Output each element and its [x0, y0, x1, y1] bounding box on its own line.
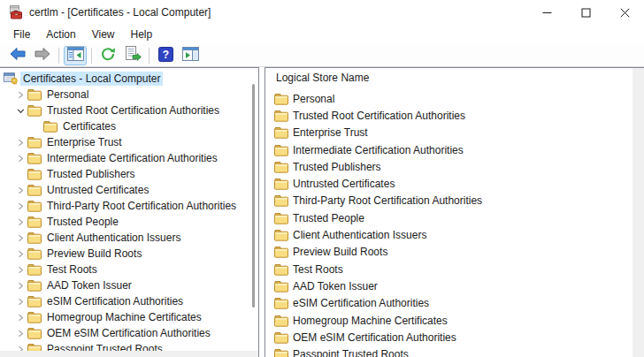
- list-item-homegroup-machine-certificates[interactable]: Homegroup Machine Certificates: [265, 312, 632, 329]
- tree-item-label: Test Roots: [44, 262, 100, 277]
- title-bar: certlm - [Certificates - Local Computer]: [0, 0, 644, 25]
- list-item-label: AAD Token Issuer: [293, 280, 378, 292]
- menu-help[interactable]: Help: [123, 27, 161, 42]
- list-item-trusted-people[interactable]: Trusted People: [265, 209, 632, 226]
- tree-item-esim-certification-authorities[interactable]: eSIM Certification Authorities: [0, 293, 251, 309]
- chevron-right-icon[interactable]: [13, 183, 27, 197]
- tree-item-label: Intermediate Certification Authorities: [44, 151, 220, 165]
- toolbar: ?: [0, 44, 644, 67]
- mmc-toolbox-icon: [8, 4, 24, 20]
- minimize-button[interactable]: [527, 0, 566, 25]
- folder-icon: [274, 330, 288, 344]
- tree-item-certificates-local-computer[interactable]: Certificates - Local Computer: [0, 71, 251, 87]
- folder-icon: [274, 262, 288, 276]
- menu-view[interactable]: View: [84, 27, 123, 42]
- chevron-right-icon[interactable]: [13, 87, 27, 102]
- tree-item-label: Trusted Root Certification Authorities: [44, 103, 222, 118]
- list-item-label: Preview Build Roots: [293, 246, 387, 258]
- refresh-button[interactable]: [96, 46, 119, 65]
- folder-icon: [274, 160, 288, 173]
- show-console-tree-button[interactable]: [64, 46, 87, 65]
- chevron-right-icon[interactable]: [13, 135, 27, 149]
- tree-item-label: Trusted Publishers: [44, 167, 138, 181]
- chevron-right-icon[interactable]: [13, 247, 27, 261]
- tree-item-trusted-publishers[interactable]: Trusted Publishers: [0, 166, 251, 182]
- folder-icon: [274, 229, 288, 242]
- tree-item-label: Untrusted Certificates: [44, 183, 151, 197]
- list-item-aad-token-issuer[interactable]: AAD Token Issuer: [265, 277, 632, 294]
- list-vertical-scrollbar[interactable]: [632, 68, 644, 357]
- chevron-right-icon[interactable]: [13, 310, 27, 324]
- toolbar-separator: [91, 48, 92, 64]
- folder-icon: [27, 152, 42, 165]
- tree-item-third-party-root-certification-authorities[interactable]: Third-Party Root Certification Authoriti…: [0, 198, 251, 214]
- list-item-label: Third-Party Root Certification Authoriti…: [293, 194, 482, 207]
- show-action-pane-button[interactable]: [179, 46, 202, 65]
- chevron-right-icon[interactable]: [13, 294, 27, 308]
- list-item-passpoint-trusted-roots[interactable]: Passpoint Trusted Roots: [265, 346, 632, 357]
- chevron-placeholder: [29, 119, 43, 133]
- list-item-third-party-root-certification-authorities[interactable]: Third-Party Root Certification Authoriti…: [265, 193, 632, 209]
- list-item-intermediate-certification-authorities[interactable]: Intermediate Certification Authorities: [265, 141, 632, 158]
- tree-item-trusted-people[interactable]: Trusted People: [0, 214, 251, 230]
- menu-file[interactable]: File: [5, 27, 38, 42]
- column-header-logical-store-name[interactable]: Logical Store Name: [265, 68, 644, 87]
- tree-item-test-roots[interactable]: Test Roots: [0, 262, 251, 277]
- tree-item-untrusted-certificates[interactable]: Untrusted Certificates: [0, 182, 251, 198]
- back-arrow-icon: [9, 46, 27, 65]
- list-item-esim-certification-authorities[interactable]: eSIM Certification Authorities: [265, 295, 632, 312]
- list-item-test-roots[interactable]: Test Roots: [265, 261, 632, 277]
- tree-item-homegroup-machine-certificates[interactable]: Homegroup Machine Certificates: [0, 309, 251, 325]
- list-item-oem-esim-certification-authorities[interactable]: OEM eSIM Certification Authorities: [265, 329, 632, 346]
- list-item-label: Trusted Publishers: [293, 161, 381, 173]
- back-button[interactable]: [6, 46, 29, 65]
- tree-item-enterprise-trust[interactable]: Enterprise Trust: [0, 134, 251, 150]
- folder-icon: [27, 136, 42, 149]
- tree-horizontal-scrollbar[interactable]: [0, 351, 258, 357]
- tree-item-client-authentication-issuers[interactable]: Client Authentication Issuers: [0, 230, 251, 246]
- list-item-trusted-root-certification-authorities[interactable]: Trusted Root Certification Authorities: [265, 107, 632, 124]
- help-button[interactable]: ?: [154, 46, 177, 65]
- chevron-right-icon[interactable]: [13, 262, 27, 277]
- list-item-client-authentication-issuers[interactable]: Client Authentication Issuers: [265, 226, 632, 243]
- certificates-root-icon: [4, 72, 18, 86]
- close-button[interactable]: [605, 0, 644, 25]
- list-item-preview-build-roots[interactable]: Preview Build Roots: [265, 244, 632, 261]
- list-item-enterprise-trust[interactable]: Enterprise Trust: [265, 125, 632, 141]
- tree-item-label: Third-Party Root Certification Authoriti…: [44, 199, 239, 213]
- export-list-button[interactable]: [121, 46, 144, 65]
- chevron-right-icon[interactable]: [13, 278, 27, 292]
- chevron-right-icon[interactable]: [13, 199, 27, 213]
- tree-vertical-scrollbar-thumb[interactable]: [252, 84, 255, 308]
- menu-action[interactable]: Action: [38, 27, 83, 42]
- chevron-right-icon[interactable]: [13, 326, 27, 340]
- list-item-label: Intermediate Certification Authorities: [293, 144, 464, 156]
- list-item-untrusted-certificates[interactable]: Untrusted Certificates: [265, 175, 632, 192]
- tree-item-personal[interactable]: Personal: [0, 87, 251, 103]
- tree-item-trusted-root-certification-authorities[interactable]: Trusted Root Certification Authorities: [0, 103, 251, 118]
- forward-button[interactable]: [31, 46, 54, 65]
- window-title: certlm - [Certificates - Local Computer]: [29, 6, 211, 19]
- folder-icon: [27, 247, 42, 261]
- tree-item-oem-esim-certification-authorities[interactable]: OEM eSIM Certification Authorities: [0, 325, 251, 341]
- action-pane-icon: [182, 47, 199, 64]
- chevron-down-icon[interactable]: [13, 103, 27, 118]
- tree-item-intermediate-certification-authorities[interactable]: Intermediate Certification Authorities: [0, 150, 251, 166]
- chevron-right-icon[interactable]: [13, 151, 27, 165]
- tree-item-label: Client Authentication Issuers: [44, 231, 183, 245]
- folder-icon: [27, 263, 42, 277]
- chevron-right-icon[interactable]: [13, 231, 27, 245]
- folder-icon: [274, 92, 288, 105]
- tree-item-certificates[interactable]: Certificates: [0, 118, 251, 134]
- folder-icon: [43, 120, 58, 133]
- list-item-personal[interactable]: Personal: [265, 90, 632, 107]
- tree-item-aad-token-issuer[interactable]: AAD Token Issuer: [0, 277, 251, 293]
- tree-item-label: Preview Build Roots: [44, 247, 144, 261]
- maximize-button[interactable]: [566, 0, 605, 25]
- mmc-window: certlm - [Certificates - Local Computer]…: [0, 0, 644, 357]
- list-item-label: Homegroup Machine Certificates: [293, 315, 448, 327]
- tree-item-preview-build-roots[interactable]: Preview Build Roots: [0, 246, 251, 262]
- folder-icon: [274, 126, 288, 140]
- list-item-trusted-publishers[interactable]: Trusted Publishers: [265, 158, 632, 175]
- chevron-right-icon[interactable]: [13, 215, 27, 229]
